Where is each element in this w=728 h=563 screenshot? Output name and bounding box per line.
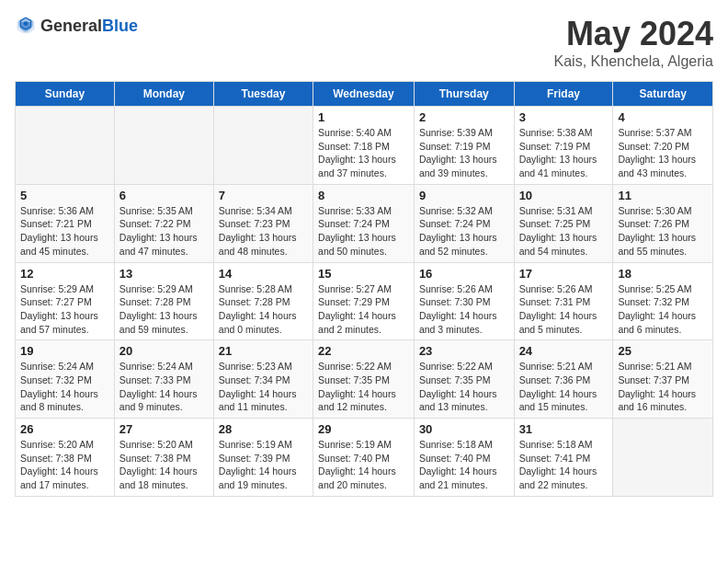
- day-info: Sunrise: 5:29 AMSunset: 7:27 PMDaylight:…: [20, 282, 109, 337]
- day-number: 14: [219, 267, 308, 281]
- calendar-cell: 8Sunrise: 5:33 AMSunset: 7:24 PMDaylight…: [313, 184, 415, 262]
- calendar-cell: 27Sunrise: 5:20 AMSunset: 7:38 PMDayligh…: [114, 419, 213, 497]
- page-subtitle: Kais, Khenchela, Algeria: [554, 53, 713, 70]
- day-info: Sunrise: 5:19 AMSunset: 7:39 PMDaylight:…: [219, 438, 308, 492]
- calendar-cell: 17Sunrise: 5:26 AMSunset: 7:31 PMDayligh…: [514, 262, 613, 340]
- calendar-cell: 3Sunrise: 5:38 AMSunset: 7:19 PMDaylight…: [514, 107, 613, 185]
- day-info: Sunrise: 5:36 AMSunset: 7:21 PMDaylight:…: [20, 204, 109, 259]
- calendar-cell: 29Sunrise: 5:19 AMSunset: 7:40 PMDayligh…: [313, 419, 415, 497]
- calendar-cell: 5Sunrise: 5:36 AMSunset: 7:21 PMDaylight…: [16, 184, 115, 262]
- day-number: 11: [618, 189, 708, 202]
- calendar-cell: 31Sunrise: 5:18 AMSunset: 7:41 PMDayligh…: [514, 419, 613, 497]
- day-info: Sunrise: 5:19 AMSunset: 7:40 PMDaylight:…: [318, 438, 409, 492]
- calendar-cell: 24Sunrise: 5:21 AMSunset: 7:36 PMDayligh…: [514, 340, 613, 419]
- calendar-cell: 23Sunrise: 5:22 AMSunset: 7:35 PMDayligh…: [414, 340, 514, 419]
- day-number: 22: [318, 344, 409, 358]
- calendar-cell: 12Sunrise: 5:29 AMSunset: 7:27 PMDayligh…: [16, 262, 115, 340]
- day-info: Sunrise: 5:33 AMSunset: 7:24 PMDaylight:…: [318, 204, 409, 259]
- calendar-week-row: 19Sunrise: 5:24 AMSunset: 7:32 PMDayligh…: [16, 340, 713, 419]
- day-info: Sunrise: 5:34 AMSunset: 7:23 PMDaylight:…: [219, 204, 308, 259]
- calendar-cell: [114, 107, 213, 185]
- day-info: Sunrise: 5:20 AMSunset: 7:38 PMDaylight:…: [20, 438, 109, 492]
- day-number: 9: [419, 189, 509, 202]
- day-info: Sunrise: 5:22 AMSunset: 7:35 PMDaylight:…: [318, 360, 409, 414]
- calendar-cell: 6Sunrise: 5:35 AMSunset: 7:22 PMDaylight…: [114, 184, 213, 262]
- day-number: 19: [20, 344, 109, 358]
- weekday-header: Monday: [114, 82, 213, 107]
- calendar-cell: 26Sunrise: 5:20 AMSunset: 7:38 PMDayligh…: [16, 419, 115, 497]
- logo: GeneralBlue: [15, 15, 138, 37]
- day-number: 27: [119, 422, 209, 436]
- calendar-cell: 4Sunrise: 5:37 AMSunset: 7:20 PMDaylight…: [613, 107, 713, 185]
- day-info: Sunrise: 5:32 AMSunset: 7:24 PMDaylight:…: [419, 204, 509, 259]
- day-info: Sunrise: 5:26 AMSunset: 7:31 PMDaylight:…: [519, 282, 609, 337]
- calendar-week-row: 1Sunrise: 5:40 AMSunset: 7:18 PMDaylight…: [16, 107, 713, 185]
- calendar-cell: 9Sunrise: 5:32 AMSunset: 7:24 PMDaylight…: [414, 184, 514, 262]
- calendar-cell: 19Sunrise: 5:24 AMSunset: 7:32 PMDayligh…: [16, 340, 115, 419]
- day-number: 6: [119, 189, 209, 202]
- day-number: 12: [20, 267, 109, 281]
- calendar-cell: 11Sunrise: 5:30 AMSunset: 7:26 PMDayligh…: [613, 184, 713, 262]
- day-number: 26: [20, 422, 109, 436]
- calendar-cell: [213, 107, 313, 185]
- day-number: 16: [419, 267, 509, 281]
- day-info: Sunrise: 5:39 AMSunset: 7:19 PMDaylight:…: [419, 126, 509, 180]
- calendar-cell: 2Sunrise: 5:39 AMSunset: 7:19 PMDaylight…: [414, 107, 514, 185]
- day-number: 13: [119, 267, 209, 281]
- weekday-header: Tuesday: [213, 82, 313, 107]
- day-number: 15: [318, 267, 409, 281]
- logo-blue: Blue: [102, 17, 138, 35]
- day-number: 5: [20, 189, 109, 202]
- day-number: 28: [219, 422, 308, 436]
- calendar-cell: 30Sunrise: 5:18 AMSunset: 7:40 PMDayligh…: [414, 419, 514, 497]
- day-info: Sunrise: 5:18 AMSunset: 7:40 PMDaylight:…: [419, 438, 509, 492]
- day-info: Sunrise: 5:29 AMSunset: 7:28 PMDaylight:…: [119, 282, 209, 337]
- calendar-table: SundayMondayTuesdayWednesdayThursdayFrid…: [15, 81, 713, 497]
- day-number: 4: [618, 110, 708, 124]
- day-number: 8: [318, 189, 409, 202]
- day-number: 1: [318, 110, 409, 124]
- day-info: Sunrise: 5:26 AMSunset: 7:30 PMDaylight:…: [419, 282, 509, 337]
- calendar-cell: 16Sunrise: 5:26 AMSunset: 7:30 PMDayligh…: [414, 262, 514, 340]
- weekday-header-row: SundayMondayTuesdayWednesdayThursdayFrid…: [16, 82, 713, 107]
- calendar-cell: 7Sunrise: 5:34 AMSunset: 7:23 PMDaylight…: [213, 184, 313, 262]
- weekday-header: Sunday: [16, 82, 115, 107]
- calendar-cell: 14Sunrise: 5:28 AMSunset: 7:28 PMDayligh…: [213, 262, 313, 340]
- day-number: 7: [219, 189, 308, 202]
- calendar-cell: 28Sunrise: 5:19 AMSunset: 7:39 PMDayligh…: [213, 419, 313, 497]
- svg-point-1: [24, 21, 28, 26]
- day-info: Sunrise: 5:18 AMSunset: 7:41 PMDaylight:…: [519, 438, 609, 492]
- day-info: Sunrise: 5:28 AMSunset: 7:28 PMDaylight:…: [219, 282, 308, 337]
- page-title: May 2024: [554, 15, 713, 53]
- calendar-cell: 10Sunrise: 5:31 AMSunset: 7:25 PMDayligh…: [514, 184, 613, 262]
- day-info: Sunrise: 5:35 AMSunset: 7:22 PMDaylight:…: [119, 204, 209, 259]
- page-header: GeneralBlue May 2024 Kais, Khenchela, Al…: [15, 15, 713, 70]
- day-number: 3: [519, 110, 609, 124]
- day-info: Sunrise: 5:23 AMSunset: 7:34 PMDaylight:…: [219, 360, 308, 414]
- calendar-cell: 20Sunrise: 5:24 AMSunset: 7:33 PMDayligh…: [114, 340, 213, 419]
- day-info: Sunrise: 5:20 AMSunset: 7:38 PMDaylight:…: [119, 438, 209, 492]
- day-number: 18: [618, 267, 708, 281]
- day-info: Sunrise: 5:24 AMSunset: 7:33 PMDaylight:…: [119, 360, 209, 414]
- day-number: 2: [419, 110, 509, 124]
- calendar-week-row: 12Sunrise: 5:29 AMSunset: 7:27 PMDayligh…: [16, 262, 713, 340]
- day-info: Sunrise: 5:24 AMSunset: 7:32 PMDaylight:…: [20, 360, 109, 414]
- day-info: Sunrise: 5:25 AMSunset: 7:32 PMDaylight:…: [618, 282, 708, 337]
- calendar-week-row: 26Sunrise: 5:20 AMSunset: 7:38 PMDayligh…: [16, 419, 713, 497]
- weekday-header: Saturday: [613, 82, 713, 107]
- calendar-cell: 1Sunrise: 5:40 AMSunset: 7:18 PMDaylight…: [313, 107, 415, 185]
- logo-icon: [15, 15, 37, 37]
- calendar-cell: 21Sunrise: 5:23 AMSunset: 7:34 PMDayligh…: [213, 340, 313, 419]
- day-info: Sunrise: 5:22 AMSunset: 7:35 PMDaylight:…: [419, 360, 509, 414]
- day-number: 31: [519, 422, 609, 436]
- day-number: 29: [318, 422, 409, 436]
- day-info: Sunrise: 5:30 AMSunset: 7:26 PMDaylight:…: [618, 204, 708, 259]
- day-info: Sunrise: 5:37 AMSunset: 7:20 PMDaylight:…: [618, 126, 708, 180]
- title-area: May 2024 Kais, Khenchela, Algeria: [554, 15, 713, 70]
- day-number: 30: [419, 422, 509, 436]
- calendar-cell: 13Sunrise: 5:29 AMSunset: 7:28 PMDayligh…: [114, 262, 213, 340]
- day-number: 10: [519, 189, 609, 202]
- day-number: 21: [219, 344, 308, 358]
- logo-text: GeneralBlue: [40, 17, 138, 36]
- calendar-cell: 18Sunrise: 5:25 AMSunset: 7:32 PMDayligh…: [613, 262, 713, 340]
